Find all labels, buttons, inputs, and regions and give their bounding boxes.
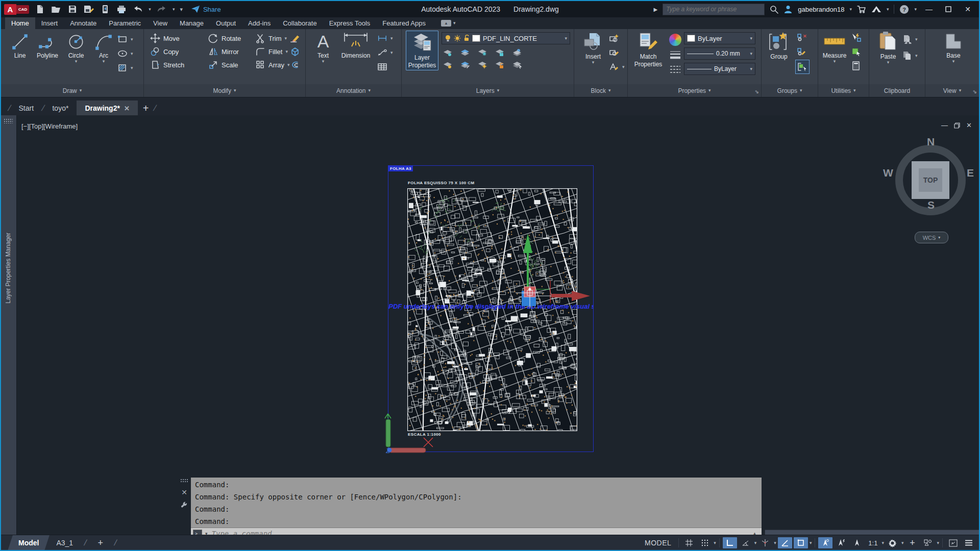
osnap-caret[interactable]: ▾ [810,541,812,545]
tab-parametric[interactable]: Parametric [103,17,147,29]
panel-view-footer[interactable]: View▾ [925,84,979,97]
stretch-button[interactable]: Stretch [150,59,184,71]
grip-dots[interactable] [180,479,188,483]
quick-calc-button[interactable] [851,60,861,72]
copy-clip-caret[interactable]: ▾ [915,54,918,58]
ortho-toggle[interactable] [723,537,737,548]
rotate-button[interactable]: Rotate [208,32,241,44]
erase-button[interactable] [290,32,300,44]
plot-button[interactable] [116,4,127,15]
isolate-caret[interactable]: ▾ [937,541,939,545]
layer-dropdown-caret[interactable]: ▾ [565,36,567,41]
group-button[interactable]: Group [765,31,793,60]
open-from-mobile-button[interactable] [100,4,111,15]
select-objects-button[interactable] [851,45,861,58]
tab-annotate[interactable]: Annotate [64,17,103,29]
match-properties-button[interactable]: Match Properties [632,31,665,68]
layer-lock-button[interactable] [495,47,505,58]
annotation-scale-caret[interactable]: ▾ [881,541,884,545]
panel-layers-footer[interactable]: Layers▾ [402,84,574,97]
save-as-button[interactable] [83,4,94,15]
ungroup-button[interactable]: ✕ [796,31,806,43]
linear-dim-caret[interactable]: ▾ [390,36,393,41]
customization-menu[interactable] [962,537,976,548]
snap-toggle[interactable] [698,537,712,548]
object-snap-toggle[interactable] [794,537,808,548]
red-arrow-head[interactable] [572,291,590,301]
tab-home[interactable]: Home [5,17,35,29]
fillet-button[interactable]: Fillet ▾ [255,45,288,58]
lineweight-dropdown[interactable]: 0.20 mm ▾ [684,47,755,60]
paste-button[interactable]: Paste ▾ [873,31,903,65]
layer-properties-palette-bar[interactable]: Layer Properties Manager [1,115,17,535]
trim-button[interactable]: Trim ▾ [255,32,287,44]
panel-groups-footer[interactable]: Groups▾ [762,84,818,97]
isometric-drafting-toggle[interactable] [758,537,772,548]
leader-button[interactable]: ▾ [377,46,393,59]
explode-button[interactable] [290,45,300,58]
insert-button[interactable]: Insert ▾ [578,31,608,65]
color-dropdown-caret[interactable]: ▾ [750,36,752,41]
polyline-button[interactable]: Polyline [33,32,62,59]
palette-grip[interactable] [4,118,13,123]
open-file-button[interactable] [51,4,62,15]
define-attributes-button[interactable]: ▾ [609,61,625,73]
tab-express-tools[interactable]: Express Tools [323,17,377,29]
rectangle-dropdown-caret[interactable]: ▾ [131,37,133,42]
dimension-button[interactable]: Dimension [337,31,374,59]
doc-minimize-icon[interactable]: — [941,121,948,129]
object-color-dropdown[interactable]: ByLayer ▾ [684,32,755,44]
annotation-scale-value[interactable]: 1:1 [866,537,880,548]
new-layout-button[interactable]: + [90,535,112,550]
create-block-button[interactable] [609,32,619,44]
mirror-button[interactable]: Mirror [208,45,239,58]
viewcube-west[interactable]: W [883,167,893,179]
command-close-icon[interactable]: ✕ [181,488,187,496]
panel-utilities-footer[interactable]: Utilities▾ [818,84,869,97]
redo-button[interactable] [156,4,167,15]
layer-match-button[interactable] [460,60,470,70]
rectangle-button[interactable]: ▾ [117,33,133,45]
hatch-dropdown-caret[interactable]: ▾ [131,66,133,70]
username-dropdown-caret[interactable]: ▾ [849,7,852,12]
copy-button[interactable]: Copy [150,45,179,58]
model-space-badge[interactable]: MODEL [641,539,675,547]
viewcube-east[interactable]: E [967,167,974,179]
annotation-visibility-toggle[interactable] [818,537,832,548]
paste-dropdown-caret[interactable]: ▾ [887,60,890,65]
autocad-app-icon[interactable]: A CAD [4,4,29,15]
text-button[interactable]: A Text ▾ [311,31,335,64]
viewcube-south[interactable]: S [927,199,935,211]
quick-select-button[interactable] [851,31,861,43]
username-label[interactable]: gabebrandon18 [798,6,844,13]
circle-dropdown-caret[interactable]: ▾ [75,59,78,64]
copy-clip-button[interactable]: ▾ [902,49,918,62]
undo-button[interactable] [132,4,143,15]
annotation-autoscale-toggle[interactable] [834,537,848,548]
tab-featured-apps[interactable]: Featured Apps [376,17,432,29]
view-dialog-launcher[interactable]: ⇘ [973,89,977,94]
insert-dropdown-caret[interactable]: ▾ [592,60,595,65]
command-history[interactable]: Command: Command: Specify opposite corne… [191,478,762,528]
customization-plus[interactable]: + [905,537,919,548]
ellipse-button[interactable]: ▾ [117,47,133,60]
save-button[interactable] [67,4,78,15]
ribbon-toggle-caret[interactable]: ▾ [453,21,456,26]
help-dropdown-caret[interactable]: ▾ [914,7,917,12]
new-file-button[interactable] [34,4,45,15]
search-input[interactable] [663,4,765,15]
autodesk-dropdown-caret[interactable]: ▾ [887,7,889,12]
isolate-objects-toggle[interactable] [921,537,935,548]
search-expand-arrow-icon[interactable]: ▶ [654,7,658,12]
scale-button[interactable]: Scale [208,59,238,71]
lineweight-list-icon[interactable] [669,49,682,61]
properties-dialog-launcher[interactable]: ⇘ [755,89,759,94]
linetype-list-icon[interactable] [669,64,682,75]
array-button[interactable]: Array ▾ [255,59,290,71]
polar-caret[interactable]: ▾ [754,541,757,545]
text-dropdown-caret[interactable]: ▾ [322,59,325,64]
tab-insert[interactable]: Insert [35,17,64,29]
file-tab-start[interactable]: Start [10,101,42,116]
measure-dropdown-caret[interactable]: ▾ [834,59,836,64]
grid-toggle[interactable] [682,537,696,548]
